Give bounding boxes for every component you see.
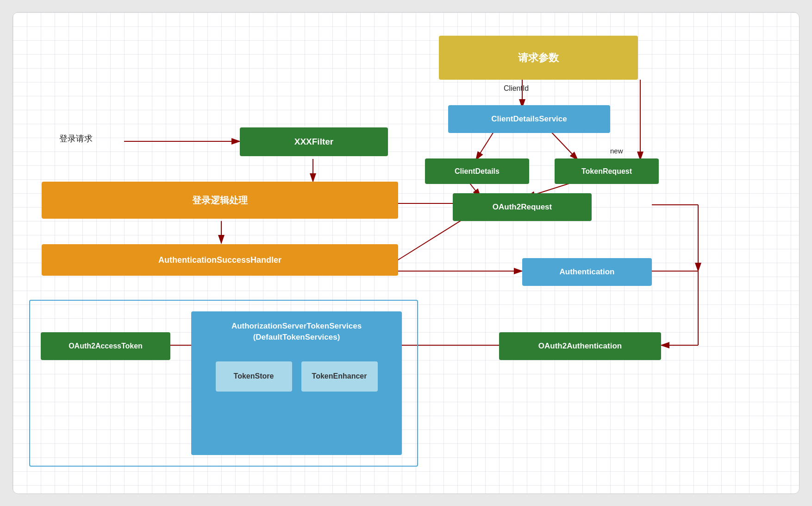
diagram-container: 请求参数 ClientId ClientDetailsService new C… [12,12,800,494]
svg-line-7 [476,131,494,160]
client-id-label: ClientId [504,84,529,93]
token-enhancer-box: TokenEnhancer [301,361,378,392]
client-details-service-box: ClientDetailsService [448,105,610,133]
token-request-box: TokenRequest [555,158,659,184]
auth-success-handler-box: AuthenticationSuccessHandler [42,244,398,276]
login-request-label: 登录请求 [59,133,93,144]
svg-line-8 [550,131,578,160]
client-details-box: ClientDetails [425,158,529,184]
token-store-box: TokenStore [216,361,292,392]
oauth2-authentication-box: OAuth2Authentication [499,332,661,360]
qiuqiu-canshu-box: 请求参数 [439,36,638,80]
oauth2-access-token-box: OAuth2AccessToken [41,332,170,360]
login-logic-box: 登录逻辑处理 [42,182,398,219]
xxx-filter-box: XXXFilter [240,127,388,156]
new-label: new [610,147,623,155]
authorization-server-token-services-box: AuthorizationServerTokenServices(Default… [191,311,402,455]
authentication-box: Authentication [522,258,652,286]
oauth2request-box: OAuth2Request [453,193,592,221]
